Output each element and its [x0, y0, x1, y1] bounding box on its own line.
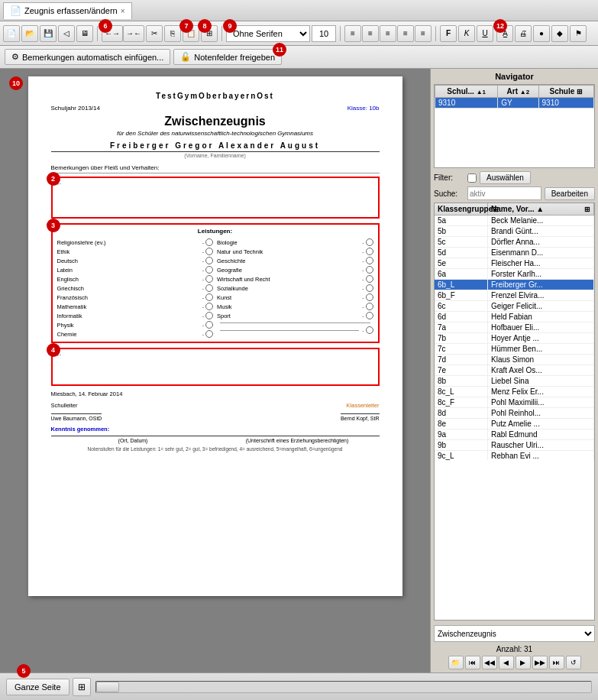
- auto-remarks-button[interactable]: ⚙ Bemerkungen automatisch einfügen...: [5, 49, 170, 65]
- grade-kunst[interactable]: Kunst -: [215, 293, 375, 302]
- grade-geografie[interactable]: Geografie -: [215, 265, 375, 274]
- next-next-button[interactable]: ▶▶: [532, 656, 548, 669]
- list-item[interactable]: 7cHümmer Ben...: [435, 344, 594, 355]
- list-item[interactable]: 5dEisenmann D...: [435, 248, 594, 258]
- grade-chemie[interactable]: Chemie -: [56, 329, 215, 339]
- list-item[interactable]: 8c_FPohl Maximilii...: [435, 397, 594, 408]
- copy-button[interactable]: ⎘: [164, 25, 181, 42]
- indent-more-button[interactable]: →←: [123, 25, 144, 42]
- grade-informatik[interactable]: Informatik -: [56, 311, 215, 320]
- grade-latein[interactable]: Latein -: [56, 265, 215, 274]
- search-input[interactable]: [467, 186, 541, 200]
- remarks-box-4[interactable]: 4 -/-: [51, 348, 380, 386]
- list-item[interactable]: 8bLiebel Sina: [435, 376, 594, 387]
- grade-ethik[interactable]: Ethik -: [56, 247, 215, 256]
- align-right-button[interactable]: ≡: [380, 25, 396, 42]
- back-button[interactable]: ◁: [58, 25, 75, 42]
- align-opt-button[interactable]: ≡: [415, 25, 432, 42]
- title-tab[interactable]: 📄 Zeugnis erfassen/ändern ×: [3, 2, 132, 19]
- print-button[interactable]: 🖨: [515, 25, 532, 42]
- grade-deutsch[interactable]: Deutsch -: [56, 256, 215, 265]
- list-item[interactable]: 6aForster Karlh...: [435, 269, 594, 280]
- first-button[interactable]: ⏮: [465, 656, 480, 669]
- grades-section[interactable]: 3 Leistungen: Religionslehre (ev.) - Eth…: [51, 223, 380, 343]
- list-item[interactable]: 5cDörfler Anna...: [435, 237, 594, 248]
- help-button[interactable]: ⚑: [570, 25, 587, 42]
- underline-button[interactable]: U: [477, 25, 493, 42]
- cut-button[interactable]: ✂: [146, 25, 163, 42]
- grade-religionslehre[interactable]: Religionslehre (ev.) -: [56, 238, 215, 247]
- bold-button[interactable]: F: [440, 25, 457, 42]
- certificate-type-dropdown[interactable]: Zwischenzeugnis: [434, 625, 595, 642]
- align-left-button[interactable]: ≡: [344, 25, 361, 42]
- new-button[interactable]: 📄: [3, 25, 20, 42]
- grade-griechisch[interactable]: Griechisch -: [56, 284, 215, 293]
- filter-checkbox[interactable]: [467, 173, 477, 183]
- font-selector[interactable]: Ohne Serifen: [226, 25, 310, 42]
- release-grades-button[interactable]: 🔓 Notenfelder freigeben: [173, 49, 282, 65]
- prev-button[interactable]: ◀: [499, 656, 514, 669]
- close-icon[interactable]: ×: [121, 7, 125, 15]
- cell-schulnr: 9310: [435, 98, 498, 109]
- list-item[interactable]: 7dKlaus Simon: [435, 355, 594, 365]
- list-item[interactable]: 7aHofbauer Eli...: [435, 322, 594, 333]
- list-item[interactable]: 5eFleischer Ha...: [435, 258, 594, 269]
- grade-biologie[interactable]: Biologie -: [215, 238, 375, 247]
- folder-button[interactable]: 📁: [448, 656, 464, 669]
- doc-footer: Miesbach, 14. Februar 2014 Schulleiter K…: [51, 391, 380, 452]
- list-item[interactable]: 6dHeld Fabian: [435, 312, 594, 322]
- student-list[interactable]: Klassengruppe ⊞ Name, Vor... ▲ ⊞ 5aBeck …: [434, 203, 595, 621]
- scrollbar-thumb[interactable]: [96, 682, 119, 692]
- grid-view-button[interactable]: ⊞: [73, 678, 91, 696]
- bearbeiten-button[interactable]: Bearbeiten: [545, 187, 595, 200]
- sig1-block: Schulleiter: [51, 402, 78, 409]
- grade-geschichte[interactable]: Geschichte -: [215, 256, 375, 265]
- grade-englisch[interactable]: Englisch -: [56, 274, 215, 284]
- full-page-button[interactable]: Ganze Seite: [6, 679, 69, 695]
- auswaehlen-button[interactable]: Auswählen: [480, 171, 531, 184]
- align-center-button[interactable]: ≡: [362, 25, 379, 42]
- list-item[interactable]: 6b_FFrenzel Elvira...: [435, 290, 594, 301]
- open-button[interactable]: 📂: [21, 25, 38, 42]
- prev-prev-button[interactable]: ◀◀: [482, 656, 497, 669]
- align-justify-button[interactable]: ≡: [397, 25, 414, 42]
- grade-physik[interactable]: Physik -: [56, 320, 215, 329]
- last-button[interactable]: ⏭: [549, 656, 564, 669]
- refresh-button[interactable]: ↺: [566, 656, 581, 669]
- sig1-label: Schulleiter: [51, 402, 78, 409]
- italic-button[interactable]: K: [458, 25, 475, 42]
- list-item[interactable]: 8c_LMenz Felix Er...: [435, 387, 594, 397]
- list-item[interactable]: 8dPohl Reinhol...: [435, 408, 594, 419]
- preview-button[interactable]: ●: [533, 25, 550, 42]
- list-item[interactable]: 5aBeck Melanie...: [435, 216, 594, 226]
- grade-mathematik[interactable]: Mathematik -: [56, 302, 215, 311]
- color-button[interactable]: ◆: [551, 25, 568, 42]
- align-buttons: ≡ ≡ ≡ ≡ ≡: [344, 25, 432, 42]
- list-item[interactable]: 7bHoyer Antje ...: [435, 333, 594, 344]
- list-item[interactable]: 5bBrandi Günt...: [435, 226, 594, 237]
- grade-sport[interactable]: Sport -: [215, 311, 375, 320]
- student-list-scroll[interactable]: 5aBeck Melanie... 5bBrandi Günt... 5cDör…: [435, 216, 594, 460]
- list-item[interactable]: 8ePutz Amelie ...: [435, 419, 594, 429]
- screen-button[interactable]: 🖥: [76, 25, 93, 42]
- grade-naturtechnik[interactable]: Natur und Technik -: [215, 247, 375, 256]
- list-item-selected[interactable]: 6b_LFreiberger Gr...: [435, 280, 594, 290]
- grade-musik[interactable]: Musik -: [215, 302, 375, 311]
- document-area[interactable]: 10 TestGymOberbayernOst Schuljahr 2013/1…: [0, 69, 430, 672]
- next-button[interactable]: ▶: [516, 656, 531, 669]
- list-item[interactable]: 9c_LRebhan Evi ...: [435, 451, 594, 460]
- grade-sozialkunde[interactable]: Sozialkunde -: [215, 284, 375, 293]
- save-button[interactable]: 💾: [40, 25, 57, 42]
- list-item[interactable]: 6cGeiger Felicit...: [435, 301, 594, 312]
- horizontal-scrollbar[interactable]: [95, 681, 592, 693]
- sep3: [340, 26, 341, 41]
- grade-franzoesisch[interactable]: Französisch -: [56, 293, 215, 302]
- list-item[interactable]: 7eKraft Axel Os...: [435, 365, 594, 376]
- grade-wirtschaft[interactable]: Wirtschaft und Recht -: [215, 274, 375, 284]
- remarks-box-2[interactable]: 2 -/-: [51, 177, 380, 219]
- list-item[interactable]: 9aRabl Edmund: [435, 429, 594, 440]
- font-size-input[interactable]: [312, 25, 336, 42]
- table-row[interactable]: 9310 GY 9310: [435, 98, 594, 109]
- annotation-2: 2: [47, 172, 60, 186]
- list-item[interactable]: 9bRauscher Ulri...: [435, 440, 594, 451]
